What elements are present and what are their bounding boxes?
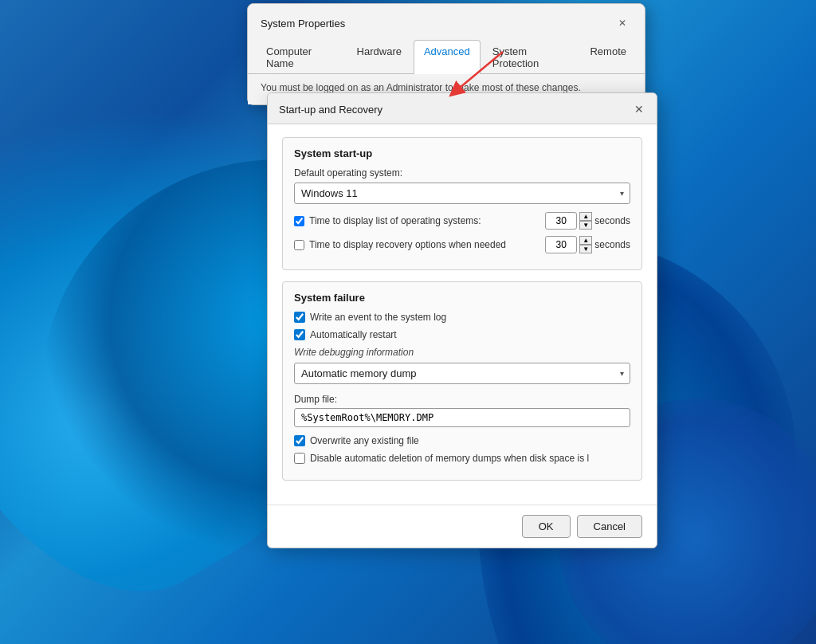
display-list-spinner: ▲ ▼ seconds bbox=[545, 212, 630, 230]
display-recovery-label: Time to display recovery options when ne… bbox=[309, 239, 540, 250]
write-event-checkbox[interactable] bbox=[294, 312, 305, 323]
write-event-label: Write an event to the system log bbox=[310, 312, 446, 323]
system-startup-section: System start-up Default operating system… bbox=[282, 137, 642, 270]
tab-advanced[interactable]: Advanced bbox=[414, 40, 481, 74]
cancel-button[interactable]: Cancel bbox=[577, 515, 642, 538]
system-properties-title: System Properties bbox=[261, 18, 345, 29]
startup-recovery-dialog: Start-up and Recovery ✕ System start-up … bbox=[267, 92, 657, 548]
display-list-row: Time to display list of operating system… bbox=[294, 212, 630, 230]
display-list-spinner-buttons: ▲ ▼ bbox=[579, 212, 592, 230]
system-failure-section: System failure Write an event to the sys… bbox=[282, 281, 642, 481]
startup-recovery-titlebar: Start-up and Recovery ✕ bbox=[268, 93, 657, 124]
display-list-input[interactable] bbox=[545, 212, 577, 230]
display-recovery-spinner: ▲ ▼ seconds bbox=[545, 236, 630, 253]
default-os-row: Windows 11 ▾ bbox=[294, 183, 630, 204]
write-debugging-label: Write debugging information bbox=[294, 347, 630, 358]
debugging-type-dropdown[interactable]: Automatic memory dump Complete memory du… bbox=[294, 363, 630, 384]
display-recovery-row: Time to display recovery options when ne… bbox=[294, 236, 630, 253]
display-recovery-down-button[interactable]: ▼ bbox=[579, 245, 592, 253]
startup-recovery-close-button[interactable]: ✕ bbox=[631, 101, 647, 117]
overwrite-label: Overwrite any existing file bbox=[310, 435, 419, 446]
system-startup-label: System start-up bbox=[294, 147, 630, 159]
display-recovery-up-button[interactable]: ▲ bbox=[579, 236, 592, 245]
auto-restart-row: Automatically restart bbox=[294, 329, 630, 340]
disable-auto-delete-row: Disable automatic deletion of memory dum… bbox=[294, 453, 630, 464]
display-list-checkbox[interactable] bbox=[294, 216, 304, 226]
titlebar-controls: ✕ bbox=[613, 14, 632, 33]
auto-restart-label: Automatically restart bbox=[310, 329, 397, 340]
dump-file-label: Dump file: bbox=[294, 394, 630, 405]
admin-notice: You must be logged on as an Administrato… bbox=[261, 82, 632, 93]
system-failure-label: System failure bbox=[294, 292, 630, 304]
overwrite-row: Overwrite any existing file bbox=[294, 435, 630, 446]
display-recovery-checkbox[interactable] bbox=[294, 240, 304, 250]
display-list-up-button[interactable]: ▲ bbox=[579, 212, 592, 221]
disable-auto-delete-checkbox[interactable] bbox=[294, 453, 305, 464]
system-properties-dialog: System Properties ✕ Computer Name Hardwa… bbox=[247, 3, 645, 105]
dump-file-input[interactable] bbox=[294, 408, 630, 427]
debugging-type-row: Automatic memory dump Complete memory du… bbox=[294, 363, 630, 384]
write-event-row: Write an event to the system log bbox=[294, 312, 630, 323]
tab-remote[interactable]: Remote bbox=[579, 40, 637, 74]
startup-recovery-buttons: OK Cancel bbox=[268, 505, 657, 548]
system-properties-close-button[interactable]: ✕ bbox=[613, 14, 632, 33]
system-properties-tabs: Computer Name Hardware Advanced System P… bbox=[248, 39, 645, 74]
display-list-down-button[interactable]: ▼ bbox=[579, 221, 592, 230]
display-recovery-spinner-buttons: ▲ ▼ bbox=[579, 236, 592, 253]
ok-button[interactable]: OK bbox=[522, 515, 571, 538]
startup-recovery-title: Start-up and Recovery bbox=[279, 104, 382, 116]
auto-restart-checkbox[interactable] bbox=[294, 329, 305, 340]
display-recovery-unit: seconds bbox=[594, 239, 630, 250]
tab-system-protection[interactable]: System Protection bbox=[482, 40, 579, 74]
display-recovery-input[interactable] bbox=[545, 236, 577, 253]
tab-hardware[interactable]: Hardware bbox=[347, 40, 412, 74]
default-os-dropdown[interactable]: Windows 11 bbox=[294, 183, 630, 204]
default-os-label: Default operating system: bbox=[294, 167, 630, 179]
system-properties-titlebar: System Properties ✕ bbox=[248, 4, 645, 39]
overwrite-checkbox[interactable] bbox=[294, 435, 305, 446]
tab-computer-name[interactable]: Computer Name bbox=[256, 40, 345, 74]
display-list-unit: seconds bbox=[594, 215, 630, 226]
disable-auto-delete-label: Disable automatic deletion of memory dum… bbox=[310, 453, 589, 464]
display-list-label: Time to display list of operating system… bbox=[309, 215, 540, 226]
startup-recovery-body: System start-up Default operating system… bbox=[268, 124, 657, 505]
